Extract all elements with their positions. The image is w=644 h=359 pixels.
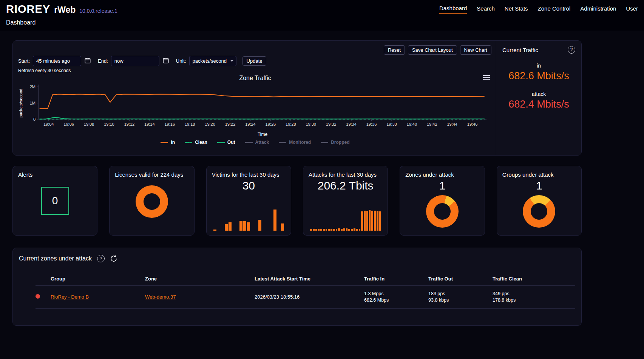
svg-text:19:08: 19:08: [84, 122, 94, 126]
legend-out[interactable]: Out: [217, 140, 235, 145]
current-traffic-panel: Current Traffic ? in 682.6 Mbits/s attac…: [496, 41, 581, 155]
save-chart-layout-button[interactable]: Save Chart Layout: [408, 45, 457, 55]
nav-administration[interactable]: Administration: [580, 5, 616, 13]
traffic-out-cell: 183 pps93.8 kbps: [428, 291, 493, 304]
nav-search[interactable]: Search: [477, 5, 495, 13]
svg-text:19:16: 19:16: [164, 122, 175, 126]
start-input[interactable]: [33, 56, 81, 66]
group-link[interactable]: RioRey - Demo B: [51, 294, 89, 300]
zone-traffic-chart: 01M2M19:0419:0619:0819:1019:1219:1419:16…: [18, 82, 490, 137]
legend-swatch-icon: [321, 142, 328, 143]
svg-text:19:24: 19:24: [245, 122, 256, 126]
col-traffic-in: Traffic In: [364, 276, 428, 282]
app-version: 10.0.0.release.1: [79, 8, 117, 14]
zones-under-attack-card: Zones under attack 1: [400, 166, 485, 236]
zones-donut-chart: [426, 195, 459, 228]
alerts-count-box: 0: [41, 187, 69, 215]
licenses-card: Licenses valid for 224 days: [109, 166, 194, 236]
chart-legend: InCleanOutAttackMonitoredDropped: [18, 140, 492, 145]
zones-table-header: Group Zone Latest Attack Start Time Traf…: [36, 276, 575, 286]
legend-in[interactable]: In: [161, 140, 175, 145]
zones-table-body: RioRey - Demo BWeb-demo.372026/03/23 18:…: [36, 286, 575, 309]
nav-zone-control[interactable]: Zone Control: [538, 5, 571, 13]
traffic-attack-value: 682.4 Mbits/s: [502, 99, 575, 110]
victims-card: Victims for the last 30 days 30: [206, 166, 291, 236]
end-label: End:: [98, 58, 108, 64]
traffic-in-value: 682.6 Mbits/s: [502, 70, 575, 82]
svg-text:19:28: 19:28: [286, 122, 296, 126]
attacks-bar-chart: [309, 207, 382, 231]
groups-under-attack-card: Groups under attack 1: [497, 166, 582, 236]
legend-swatch-icon: [161, 142, 168, 143]
legend-clean[interactable]: Clean: [185, 140, 207, 145]
col-traffic-clean: Traffic Clean: [493, 276, 575, 282]
svg-text:19:46: 19:46: [467, 122, 478, 126]
svg-text:19:20: 19:20: [205, 122, 215, 126]
legend-attack[interactable]: Attack: [245, 140, 269, 145]
help-icon[interactable]: ?: [568, 46, 575, 54]
current-zones-panel: Current zones under attack ? Group Zone …: [12, 248, 582, 326]
start-label: Start:: [18, 58, 30, 64]
attacks-total: 206.2 Tbits: [318, 179, 374, 192]
svg-text:19:10: 19:10: [104, 122, 114, 126]
traffic-clean-cell: 349 pps178.8 kbps: [493, 291, 575, 304]
chart-menu-icon[interactable]: [483, 75, 490, 80]
nav-net-stats[interactable]: Net Stats: [505, 5, 528, 13]
chart-area: Reset Save Chart Layout New Chart Start:…: [13, 41, 496, 155]
legend-swatch-icon: [185, 142, 192, 143]
new-chart-button[interactable]: New Chart: [460, 45, 491, 55]
traffic-in-cell: 1.3 Mpps682.6 Mbps: [364, 291, 428, 304]
refresh-note: Refresh every 30 seconds: [18, 68, 492, 73]
chart-title: Zone Traffic: [18, 75, 492, 82]
legend-dropped[interactable]: Dropped: [321, 140, 349, 145]
legend-swatch-icon: [217, 142, 225, 143]
legend-monitored[interactable]: Monitored: [279, 140, 311, 145]
card-title: Licenses valid for 224 days: [115, 171, 183, 178]
chart-layout-buttons: Reset Save Chart Layout New Chart: [384, 45, 491, 55]
col-group: Group: [51, 276, 145, 282]
calendar-icon: [162, 57, 169, 65]
page-title: Dashboard: [6, 19, 638, 26]
stat-cards-row: Alerts 0 Licenses valid for 224 days Vic…: [12, 166, 582, 236]
traffic-in-label: in: [502, 63, 575, 69]
card-title: Alerts: [18, 171, 32, 178]
col-traffic-out: Traffic Out: [428, 276, 493, 282]
end-input[interactable]: [111, 56, 159, 66]
victims-bar-chart: [212, 207, 286, 231]
licenses-donut-chart: [136, 185, 168, 218]
card-title: Zones under attack: [405, 171, 454, 178]
svg-text:19:22: 19:22: [225, 122, 236, 126]
svg-text:19:12: 19:12: [124, 122, 135, 126]
col-zone: Zone: [145, 276, 255, 282]
update-button[interactable]: Update: [242, 56, 267, 66]
svg-text:2M: 2M: [30, 85, 36, 89]
svg-text:19:26: 19:26: [266, 122, 276, 126]
start-calendar-button[interactable]: [84, 57, 95, 65]
end-calendar-button[interactable]: [162, 57, 173, 65]
victims-count: 30: [242, 179, 255, 192]
zone-link[interactable]: Web-demo.37: [145, 294, 176, 300]
app-header: RIOREY rWeb 10.0.0.release.1 DashboardSe…: [0, 0, 644, 31]
unit-select[interactable]: packets/second: [189, 56, 236, 66]
svg-text:19:38: 19:38: [386, 122, 397, 126]
svg-text:Time: Time: [258, 132, 268, 137]
groups-count: 1: [536, 179, 542, 192]
attacks-card: Attacks for the last 30 days 206.2 Tbits: [303, 166, 388, 236]
refresh-icon[interactable]: [110, 255, 117, 262]
nav-dashboard[interactable]: Dashboard: [439, 5, 467, 14]
help-icon[interactable]: ?: [97, 255, 105, 262]
alerts-count: 0: [52, 195, 58, 207]
svg-text:19:32: 19:32: [326, 122, 337, 126]
calendar-icon: [84, 57, 91, 65]
brand: RIOREY rWeb 10.0.0.release.1: [6, 3, 117, 15]
unit-label: Unit:: [176, 58, 186, 64]
current-traffic-title: Current Traffic: [502, 47, 538, 53]
zones-table: Group Zone Latest Attack Start Time Traf…: [36, 276, 575, 309]
legend-swatch-icon: [279, 142, 286, 143]
reset-button[interactable]: Reset: [384, 45, 405, 55]
nav-user[interactable]: User: [626, 5, 638, 13]
zone-traffic-panel: Reset Save Chart Layout New Chart Start:…: [12, 40, 582, 156]
legend-swatch-icon: [245, 142, 253, 143]
zones-panel-title: Current zones under attack: [19, 255, 92, 262]
app-name: rWeb: [54, 5, 76, 15]
